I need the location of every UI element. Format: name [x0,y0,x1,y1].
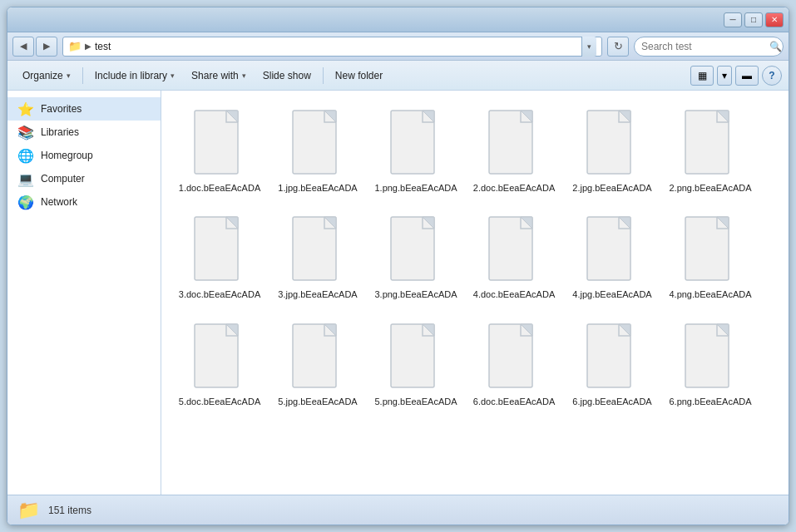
address-path[interactable]: 📁 ▶ test ▾ [62,37,602,57]
sidebar-item-computer[interactable]: 💻 Computer [7,167,161,190]
list-item[interactable]: 2.jpg.bEeaEAcADA [567,101,657,199]
search-icon[interactable]: 🔍 [769,41,782,52]
view-dropdown-button[interactable]: ▾ [717,66,732,86]
list-item[interactable]: 2.png.bEeaEAcADA [665,101,755,199]
title-bar-buttons: ─ □ ✕ [724,12,784,27]
help-button[interactable]: ? [762,66,782,86]
svg-rect-68 [489,217,532,280]
sidebar-item-homegroup[interactable]: 🌐 Homegroup [7,144,161,167]
svg-rect-40 [685,111,729,174]
path-dropdown[interactable]: ▾ [581,37,596,57]
slide-show-button[interactable]: Slide show [255,64,319,87]
file-name-label: 3.doc.bEeaEAcADA [179,288,260,300]
file-name-label: 6.png.bEeaEAcADA [669,396,751,407]
libraries-icon: 📚 [17,124,34,140]
file-type-icon [484,212,544,285]
svg-rect-96 [293,324,336,387]
include-in-library-label: Include in library [95,70,167,81]
file-name-label: 5.doc.bEeaEAcADA [179,396,260,407]
file-name-label: 3.jpg.bEeaEAcADA [278,288,357,300]
list-item[interactable]: 5.png.bEeaEAcADA [371,314,461,412]
file-area: 1.doc.bEeaEAcADA1.jpg.bEeaEAcADA1.png.bE… [161,91,789,495]
file-type-icon [680,106,740,179]
list-item[interactable]: 3.jpg.bEeaEAcADA [273,207,363,305]
list-item[interactable]: 6.doc.bEeaEAcADA [469,314,559,412]
include-chevron: ▾ [171,71,175,80]
file-type-icon [484,319,544,392]
explorer-window: ─ □ ✕ ◀ ▶ 📁 ▶ test ▾ ↻ 🔍 Organize ▾ Incl [7,7,789,525]
toolbar-separator-1 [82,67,83,84]
back-button[interactable]: ◀ [12,37,34,57]
search-box[interactable]: 🔍 [634,37,784,57]
list-item[interactable]: 3.png.bEeaEAcADA [371,207,461,305]
close-button[interactable]: ✕ [765,12,784,27]
slide-show-label: Slide show [263,70,311,81]
list-item[interactable]: 5.doc.bEeaEAcADA [175,314,265,412]
list-item[interactable]: 6.jpg.bEeaEAcADA [567,314,657,412]
file-type-icon [288,319,348,392]
maximize-button[interactable]: □ [744,12,763,27]
file-type-icon [582,319,642,392]
network-label: Network [41,196,151,208]
organize-button[interactable]: Organize ▾ [14,64,79,87]
network-icon: 🌍 [17,194,34,210]
file-name-label: 6.jpg.bEeaEAcADA [572,396,651,407]
search-input[interactable] [641,41,766,52]
file-name-label: 4.jpg.bEeaEAcADA [572,288,651,300]
status-item-count: 151 items [48,505,91,516]
file-type-icon [386,319,446,392]
svg-rect-5 [195,111,238,174]
minimize-button[interactable]: ─ [724,12,742,27]
file-grid: 1.doc.bEeaEAcADA1.jpg.bEeaEAcADA1.png.bE… [161,91,789,495]
list-item[interactable]: 5.jpg.bEeaEAcADA [273,314,363,412]
sidebar-item-network[interactable]: 🌍 Network [7,190,161,214]
file-type-icon [582,106,642,179]
file-type-icon [680,319,740,392]
status-folder-icon: 📁 [17,500,40,521]
svg-rect-124 [685,324,729,387]
list-item[interactable]: 4.png.bEeaEAcADA [665,207,755,305]
list-item[interactable]: 4.doc.bEeaEAcADA [469,207,559,305]
svg-rect-61 [391,217,434,280]
list-item[interactable]: 1.jpg.bEeaEAcADA [273,101,363,199]
share-with-button[interactable]: Share with ▾ [183,64,255,87]
forward-button[interactable]: ▶ [36,37,57,57]
file-type-icon [288,212,348,285]
details-view-button[interactable]: ▬ [735,66,759,86]
file-type-icon [680,212,740,285]
svg-rect-33 [587,111,630,174]
file-type-icon [190,106,250,179]
nav-buttons: ◀ ▶ [12,37,57,57]
favorites-icon: ⭐ [17,101,34,117]
file-type-icon [582,212,642,285]
svg-rect-54 [293,217,336,280]
sidebar-item-favorites[interactable]: ⭐ Favorites [7,97,161,121]
sidebar-item-libraries[interactable]: 📚 Libraries [7,121,161,144]
file-name-label: 6.doc.bEeaEAcADA [473,396,555,407]
file-name-label: 1.png.bEeaEAcADA [374,182,457,194]
svg-rect-19 [391,111,434,174]
file-type-icon [190,212,250,285]
file-name-label: 2.png.bEeaEAcADA [669,182,751,194]
view-icon-button[interactable]: ▦ [690,66,714,86]
new-folder-button[interactable]: New folder [327,64,391,87]
file-name-label: 2.jpg.bEeaEAcADA [572,182,651,194]
list-item[interactable]: 3.doc.bEeaEAcADA [175,207,265,305]
include-in-library-button[interactable]: Include in library ▾ [87,64,183,87]
list-item[interactable]: 1.doc.bEeaEAcADA [175,101,265,199]
svg-rect-89 [195,324,238,387]
homegroup-label: Homegroup [41,150,151,161]
svg-rect-82 [685,217,729,280]
homegroup-icon: 🌐 [17,147,34,164]
list-item[interactable]: 4.jpg.bEeaEAcADA [567,207,657,305]
svg-rect-75 [587,217,630,280]
file-name-label: 4.png.bEeaEAcADA [669,288,751,300]
file-type-icon [484,106,544,179]
list-item[interactable]: 6.png.bEeaEAcADA [665,314,755,412]
list-item[interactable]: 1.png.bEeaEAcADA [371,101,461,199]
toolbar: Organize ▾ Include in library ▾ Share wi… [7,61,789,91]
list-item[interactable]: 2.doc.bEeaEAcADA [469,101,559,199]
sidebar: ⭐ Favorites 📚 Libraries 🌐 Homegroup 💻 Co… [7,91,161,495]
refresh-button[interactable]: ↻ [607,37,629,57]
computer-label: Computer [41,173,151,185]
